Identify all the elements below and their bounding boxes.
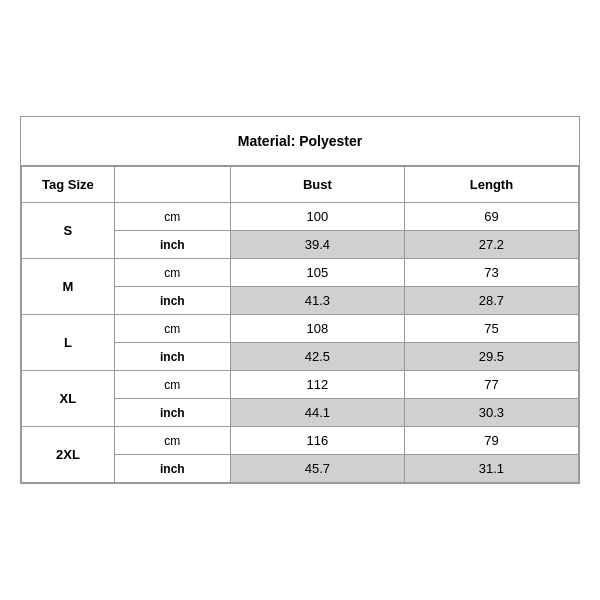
cm-bust: 116 [230,427,404,455]
unit-inch: inch [114,343,230,371]
table-row: Lcm10875 [22,315,579,343]
inch-length: 31.1 [404,455,578,483]
table-row: XLcm11277 [22,371,579,399]
unit-cm: cm [114,427,230,455]
table-row: Scm10069 [22,203,579,231]
chart-title: Material: Polyester [21,117,579,166]
cm-length: 79 [404,427,578,455]
unit-cm: cm [114,203,230,231]
table-row: Mcm10573 [22,259,579,287]
cm-length: 75 [404,315,578,343]
cm-bust: 100 [230,203,404,231]
size-table: Tag Size Bust Length Scm10069inch39.427.… [21,166,579,483]
inch-length: 27.2 [404,231,578,259]
inch-length: 28.7 [404,287,578,315]
cm-length: 73 [404,259,578,287]
header-unit-spacer [114,167,230,203]
cm-length: 69 [404,203,578,231]
size-label: XL [22,371,115,427]
unit-inch: inch [114,399,230,427]
size-chart-container: Material: Polyester Tag Size Bust Length… [20,116,580,484]
unit-inch: inch [114,287,230,315]
cm-bust: 112 [230,371,404,399]
inch-length: 29.5 [404,343,578,371]
inch-bust: 39.4 [230,231,404,259]
inch-bust: 44.1 [230,399,404,427]
table-row: 2XLcm11679 [22,427,579,455]
inch-bust: 42.5 [230,343,404,371]
unit-cm: cm [114,315,230,343]
size-label: M [22,259,115,315]
inch-bust: 41.3 [230,287,404,315]
cm-length: 77 [404,371,578,399]
inch-length: 30.3 [404,399,578,427]
inch-bust: 45.7 [230,455,404,483]
unit-inch: inch [114,455,230,483]
size-label: L [22,315,115,371]
unit-cm: cm [114,371,230,399]
unit-cm: cm [114,259,230,287]
cm-bust: 105 [230,259,404,287]
size-label: 2XL [22,427,115,483]
header-length: Length [404,167,578,203]
header-tag-size: Tag Size [22,167,115,203]
unit-inch: inch [114,231,230,259]
header-bust: Bust [230,167,404,203]
size-label: S [22,203,115,259]
cm-bust: 108 [230,315,404,343]
